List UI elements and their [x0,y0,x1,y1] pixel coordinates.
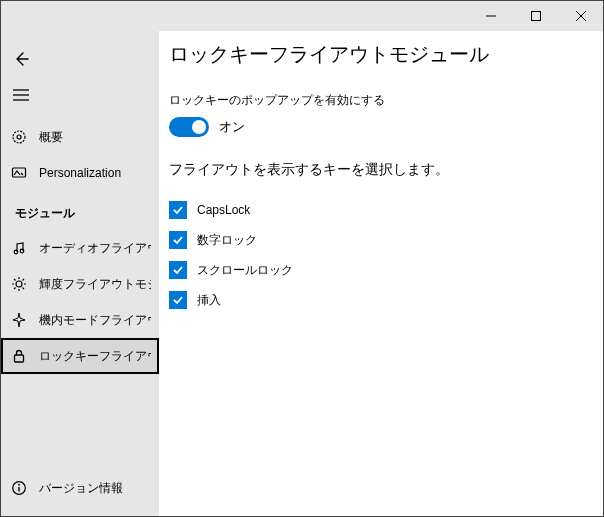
info-icon [11,480,27,496]
sun-icon [11,276,27,292]
enable-popup-toggle[interactable] [169,117,209,137]
window-close-button[interactable] [558,1,603,31]
sidebar-item-personalization[interactable]: Personalization [1,155,159,191]
sidebar-item-label: 機内モードフライアウトモジュール [39,312,151,329]
check-icon [172,264,184,276]
sidebar-item-lockkeys-module[interactable]: ロックキーフライアウトモジュール [1,338,159,374]
svg-line-17 [14,279,16,281]
sidebar-item-label: オーディオフライアウトモジュール [39,240,151,257]
music-note-icon [11,240,27,256]
checkbox-numlock[interactable] [169,231,187,249]
window-body: 概要 Personalization モジュール オーディオフライアウトモジュー… [1,31,603,516]
sidebar-item-brightness-module[interactable]: 輝度フライアウトモジュール [1,266,159,302]
page-title: ロックキーフライアウトモジュール [169,41,593,68]
hamburger-icon [13,89,29,101]
check-icon [172,294,184,306]
key-label: 挿入 [197,292,221,309]
back-button[interactable] [1,41,41,77]
svg-rect-21 [15,355,24,362]
sidebar-item-overview[interactable]: 概要 [1,119,159,155]
key-row-numlock: 数字ロック [169,225,593,255]
toggle-state-label: オン [219,118,245,136]
svg-point-12 [16,281,22,287]
menu-button[interactable] [1,77,41,113]
key-row-scrolllock: スクロールロック [169,255,593,285]
sidebar-footer: バージョン情報 [1,470,159,516]
enable-popup-row: オン [169,117,593,137]
svg-point-7 [13,131,25,143]
sidebar-top [1,37,159,119]
titlebar [1,1,603,31]
check-icon [172,234,184,246]
svg-point-11 [20,249,24,253]
lock-icon [11,348,27,364]
svg-point-10 [14,250,18,254]
gear-icon [11,129,27,145]
sidebar-item-airplane-module[interactable]: 機内モードフライアウトモジュール [1,302,159,338]
key-label: 数字ロック [197,232,257,249]
svg-rect-1 [531,12,540,21]
window-maximize-button[interactable] [513,1,558,31]
window-minimize-button[interactable] [468,1,513,31]
sidebar-item-label: バージョン情報 [39,480,123,497]
key-label: スクロールロック [197,262,293,279]
checkbox-insert[interactable] [169,291,187,309]
select-keys-label: フライアウトを表示するキーを選択します。 [169,161,593,179]
sidebar: 概要 Personalization モジュール オーディオフライアウトモジュー… [1,31,159,516]
maximize-icon [531,11,541,21]
checkbox-capslock[interactable] [169,201,187,219]
enable-popup-label: ロックキーのポップアップを有効にする [169,92,593,109]
checkbox-scrolllock[interactable] [169,261,187,279]
sidebar-item-label: ロックキーフライアウトモジュール [39,348,151,365]
svg-point-8 [17,135,21,139]
key-row-capslock: CapsLock [169,195,593,225]
key-label: CapsLock [197,203,250,217]
svg-line-20 [23,279,25,281]
close-icon [576,11,586,21]
sidebar-item-audio-module[interactable]: オーディオフライアウトモジュール [1,230,159,266]
key-row-insert: 挿入 [169,285,593,315]
sidebar-item-label: Personalization [39,166,121,180]
svg-line-18 [23,288,25,290]
sidebar-item-label: 概要 [39,129,63,146]
check-icon [172,204,184,216]
svg-line-19 [14,288,16,290]
sidebar-item-about[interactable]: バージョン情報 [1,470,159,506]
sidebar-item-label: 輝度フライアウトモジュール [39,276,151,293]
content-pane: ロックキーフライアウトモジュール ロックキーのポップアップを有効にする オン フ… [159,31,603,516]
personalization-icon [11,165,27,181]
svg-rect-9 [13,168,26,177]
app-window: 概要 Personalization モジュール オーディオフライアウトモジュー… [0,0,604,517]
svg-point-24 [18,484,20,486]
sidebar-section-modules: モジュール [1,191,159,230]
airplane-icon [11,312,27,328]
minimize-icon [486,11,496,21]
back-arrow-icon [13,51,29,67]
